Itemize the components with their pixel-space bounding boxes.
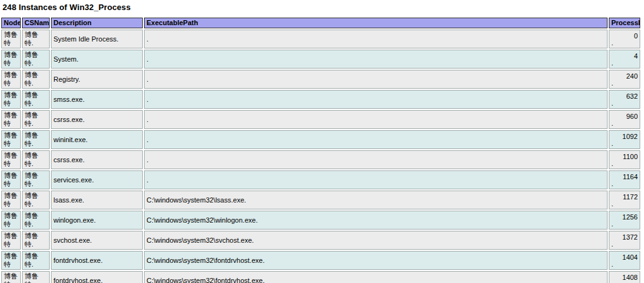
cell-csname: 博鲁特. <box>22 170 50 189</box>
trailing-dot: . <box>611 160 638 167</box>
table-row: 博鲁特 博鲁特. svchost.exe. C:\windows\system3… <box>1 231 640 250</box>
trailing-dot: . <box>611 241 638 248</box>
cell-processid: 1256 . <box>609 211 640 230</box>
cell-csname: 博鲁特. <box>22 130 50 149</box>
cell-description: wininit.exe. <box>51 130 143 149</box>
cell-node: 博鲁特 <box>1 191 21 209</box>
cell-description: smss.exe. <box>51 90 143 109</box>
cell-executablepath: . <box>144 30 608 48</box>
cell-processid: 960 . <box>609 110 640 129</box>
cell-executablepath: . <box>144 110 608 129</box>
process-id-value: 1092 <box>611 133 638 140</box>
trailing-dot: . <box>611 40 638 47</box>
cell-processid: 1092 . <box>609 130 640 149</box>
cell-csname: 博鲁特. <box>22 271 50 283</box>
column-header-processid: ProcessId <box>609 18 640 28</box>
cell-executablepath: . <box>144 170 608 189</box>
cell-description: svchost.exe. <box>51 231 143 250</box>
cell-csname: 博鲁特. <box>22 251 50 270</box>
trailing-dot: . <box>611 100 638 107</box>
table-row: 博鲁特 博鲁特. winlogon.exe. C:\windows\system… <box>1 211 640 230</box>
cell-processid: 1100 . <box>609 150 640 169</box>
table-header: Node CSName Description ExecutablePath P… <box>1 18 640 28</box>
cell-executablepath: . <box>144 50 608 69</box>
cell-csname: 博鲁特. <box>22 191 50 209</box>
cell-processid: 1372 . <box>609 231 640 250</box>
cell-executablepath: C:\windows\system32\winlogon.exe. <box>144 211 608 230</box>
process-id-value: 1164 <box>611 173 638 180</box>
cell-executablepath: . <box>144 90 608 109</box>
table-row: 博鲁特 博鲁特. fontdrvhost.exe. C:\windows\sys… <box>1 271 640 283</box>
trailing-dot: . <box>611 80 638 87</box>
cell-node: 博鲁特 <box>1 170 21 189</box>
instances-table: Node CSName Description ExecutablePath P… <box>0 16 641 283</box>
process-id-value: 1408 <box>611 274 638 281</box>
table-row: 博鲁特 博鲁特. services.exe. . 1164 . <box>1 170 640 189</box>
page-title: 248 Instances of Win32_Process <box>3 3 644 12</box>
cell-executablepath: C:\windows\system32\fontdrvhost.exe. <box>144 271 608 283</box>
cell-description: System Idle Process. <box>51 30 143 48</box>
cell-processid: 240 . <box>609 70 640 89</box>
cell-node: 博鲁特 <box>1 110 21 129</box>
cell-description: winlogon.exe. <box>51 211 143 230</box>
trailing-dot: . <box>611 120 638 127</box>
cell-node: 博鲁特 <box>1 70 21 89</box>
cell-csname: 博鲁特. <box>22 30 50 48</box>
trailing-dot: . <box>611 221 638 228</box>
cell-description: fontdrvhost.exe. <box>51 251 143 270</box>
process-id-value: 632 <box>611 92 638 100</box>
trailing-dot: . <box>611 180 638 187</box>
trailing-dot: . <box>611 281 638 283</box>
cell-node: 博鲁特 <box>1 50 21 69</box>
column-header-description: Description <box>51 18 143 28</box>
process-id-value: 960 <box>611 113 638 120</box>
table-row: 博鲁特 博鲁特. wininit.exe. . 1092 . <box>1 130 640 149</box>
process-id-value: 1100 <box>611 153 638 160</box>
cell-csname: 博鲁特. <box>22 70 50 89</box>
cell-csname: 博鲁特. <box>22 231 50 250</box>
cell-csname: 博鲁特. <box>22 211 50 230</box>
cell-processid: 0 . <box>609 30 640 48</box>
column-header-node: Node <box>1 18 21 28</box>
cell-node: 博鲁特 <box>1 90 21 109</box>
trailing-dot: . <box>611 60 638 67</box>
process-id-value: 1172 <box>611 193 638 201</box>
cell-description: csrss.exe. <box>51 150 143 169</box>
cell-executablepath: C:\windows\system32\svchost.exe. <box>144 231 608 250</box>
cell-executablepath: . <box>144 130 608 149</box>
cell-executablepath: C:\windows\system32\lsass.exe. <box>144 191 608 209</box>
cell-description: System. <box>51 50 143 69</box>
cell-description: Registry. <box>51 70 143 89</box>
cell-node: 博鲁特 <box>1 231 21 250</box>
trailing-dot: . <box>611 201 638 208</box>
cell-description: csrss.exe. <box>51 110 143 129</box>
table-row: 博鲁特 博鲁特. System. . 4 . <box>1 50 640 69</box>
table-row: 博鲁特 博鲁特. Registry. . 240 . <box>1 70 640 89</box>
table-row: 博鲁特 博鲁特. fontdrvhost.exe. C:\windows\sys… <box>1 251 640 270</box>
process-id-value: 240 <box>611 72 638 80</box>
trailing-dot: . <box>611 261 638 268</box>
cell-description: lsass.exe. <box>51 191 143 209</box>
table-body: 博鲁特 博鲁特. System Idle Process. . 0 . 博鲁特 … <box>1 30 640 283</box>
cell-description: services.exe. <box>51 170 143 189</box>
header-row: Node CSName Description ExecutablePath P… <box>1 18 640 28</box>
cell-node: 博鲁特 <box>1 271 21 283</box>
table-row: 博鲁特 博鲁特. lsass.exe. C:\windows\system32\… <box>1 191 640 209</box>
cell-processid: 632 . <box>609 90 640 109</box>
cell-processid: 1172 . <box>609 191 640 209</box>
cell-csname: 博鲁特. <box>22 50 50 69</box>
cell-node: 博鲁特 <box>1 130 21 149</box>
cell-processid: 4 . <box>609 50 640 69</box>
table-row: 博鲁特 博鲁特. System Idle Process. . 0 . <box>1 30 640 48</box>
table-row: 博鲁特 博鲁特. csrss.exe. . 1100 . <box>1 150 640 169</box>
column-header-csname: CSName <box>22 18 50 28</box>
process-id-value: 0 <box>611 32 638 40</box>
table-row: 博鲁特 博鲁特. smss.exe. . 632 . <box>1 90 640 109</box>
cell-csname: 博鲁特. <box>22 150 50 169</box>
trailing-dot: . <box>611 140 638 147</box>
process-id-value: 1372 <box>611 233 638 241</box>
cell-csname: 博鲁特. <box>22 110 50 129</box>
cell-processid: 1408 . <box>609 271 640 283</box>
table-row: 博鲁特 博鲁特. csrss.exe. . 960 . <box>1 110 640 129</box>
cell-node: 博鲁特 <box>1 150 21 169</box>
